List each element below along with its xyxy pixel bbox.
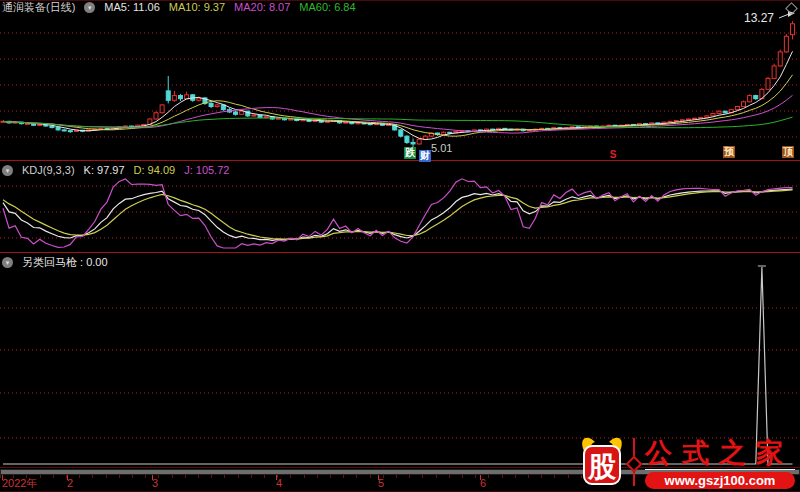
axis-tick (198, 475, 199, 478)
axis-tick (238, 475, 239, 478)
axis-tick (185, 475, 186, 478)
axis-tick (317, 475, 318, 478)
axis-tick (528, 475, 529, 478)
axis-tick (0, 475, 1, 478)
axis-tick (568, 475, 569, 478)
axis-tick (172, 475, 173, 478)
axis-tick (290, 475, 291, 478)
axis-month-label: 5 (378, 477, 384, 490)
signal-panel-header: ▾ 另类回马枪 : 0.00 (2, 256, 108, 269)
axis-tick (145, 475, 146, 478)
axis-tick (515, 475, 516, 478)
axis-tick (132, 475, 133, 478)
kdj-k-value: K: 97.97 (84, 164, 125, 177)
axis-tick (541, 475, 542, 478)
low-price-label: 5.01 (431, 142, 452, 154)
chevron-down-icon[interactable]: ▾ (84, 2, 95, 13)
chevron-down-icon[interactable]: ▾ (2, 165, 13, 176)
axis-tick (356, 475, 357, 478)
axis-tick (436, 475, 437, 478)
axis-tick (330, 475, 331, 478)
axis-tick (396, 475, 397, 478)
price-panel-header: 通润装备(日线) ▾ MA5: 11.06 MA10: 9.37 MA20: 8… (2, 1, 356, 14)
bull-icon: 股 (576, 433, 628, 489)
axis-month-label: 2022年 (2, 477, 37, 490)
stock-chart-window: 通润装备(日线) ▾ MA5: 11.06 MA10: 9.37 MA20: 8… (0, 0, 800, 492)
ma20-value: MA20: 8.07 (234, 1, 290, 14)
axis-tick (92, 475, 93, 478)
logo-diamond-icon (626, 456, 643, 473)
axis-month-label: 3 (152, 477, 158, 490)
axis-tick (554, 475, 555, 478)
site-url: www.gszj100.com (645, 472, 795, 489)
stock-title: 通润装备(日线) (2, 1, 75, 14)
ma60-value: MA60: 6.84 (299, 1, 355, 14)
axis-tick (449, 475, 450, 478)
site-name: 公式之家 (645, 435, 795, 471)
signal-indicator-label: 另类回马枪 : 0.00 (22, 256, 108, 269)
axis-tick (264, 475, 265, 478)
chart-canvas[interactable] (0, 0, 800, 492)
axis-tick (119, 475, 120, 478)
axis-month-label: 2 (67, 477, 73, 490)
axis-tick (488, 475, 489, 478)
axis-month-label: 4 (276, 477, 282, 490)
axis-tick (40, 475, 41, 478)
axis-tick (370, 475, 371, 478)
logo-symbol: 股 (587, 451, 617, 482)
chevron-down-icon[interactable]: ▾ (2, 257, 13, 268)
axis-tick (106, 475, 107, 478)
axis-tick (211, 475, 212, 478)
axis-tick (304, 475, 305, 478)
ma10-value: MA10: 9.37 (169, 1, 225, 14)
watermark-logo: 股 公式之家 www.gszj100.com (576, 431, 798, 491)
ma5-value: MA5: 11.06 (104, 1, 159, 14)
kdj-j-value: J: 105.72 (184, 164, 229, 177)
axis-tick (475, 475, 476, 478)
peak-price-label: 13.27 (744, 11, 774, 25)
axis-tick (502, 475, 503, 478)
axis-tick (79, 475, 80, 478)
axis-tick (251, 475, 252, 478)
logo-underline (645, 469, 795, 470)
axis-month-label: 6 (480, 477, 486, 490)
axis-tick (409, 475, 410, 478)
kdj-panel-header: ▾ KDJ(9,3,3) K: 97.97 D: 94.09 J: 105.72 (2, 164, 229, 177)
kdj-indicator-label: KDJ(9,3,3) (22, 164, 75, 177)
axis-tick (53, 475, 54, 478)
kdj-d-value: D: 94.09 (134, 164, 176, 177)
axis-tick (158, 475, 159, 478)
axis-tick (422, 475, 423, 478)
axis-tick (462, 475, 463, 478)
axis-tick (224, 475, 225, 478)
axis-tick (343, 475, 344, 478)
